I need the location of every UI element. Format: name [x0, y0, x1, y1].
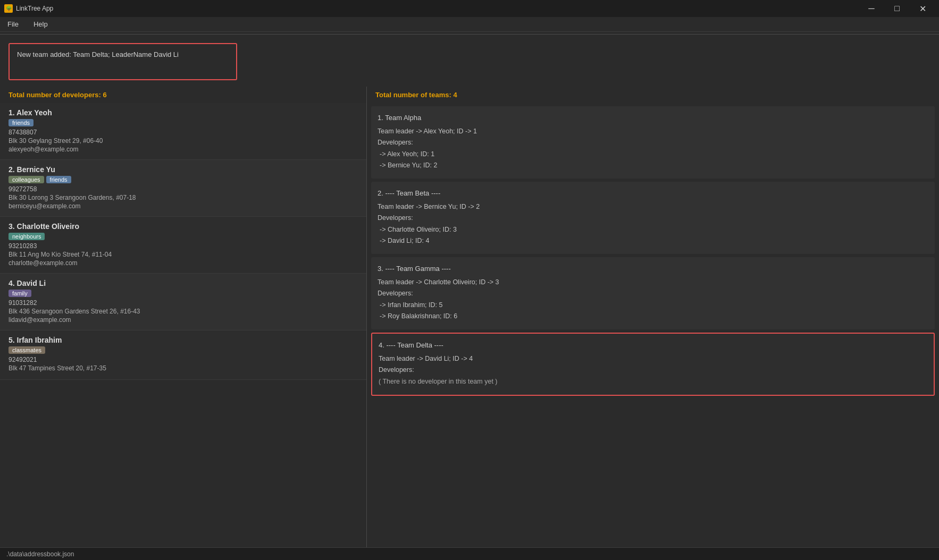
team-item: 2. ---- Team Beta ---- Team leader -> Be… — [371, 182, 935, 254]
list-item: 4. David Li family 91031282 Blk 436 Sera… — [0, 274, 366, 330]
team-detail: Team leader -> Bernice Yu; ID -> 2 Devel… — [378, 201, 928, 247]
tag-friends: friends — [9, 119, 33, 126]
person-name: 5. Irfan Ibrahim — [9, 336, 358, 344]
team-title: 2. ---- Team Beta ---- — [378, 189, 928, 197]
person-email: lidavid@example.com — [9, 316, 358, 324]
list-item: 2. Bernice Yu colleaguesfriends 99272758… — [0, 160, 366, 217]
person-name: 1. Alex Yeoh — [9, 108, 358, 117]
team-item: 1. Team Alpha Team leader -> Alex Yeoh; … — [371, 106, 935, 179]
team-title: 3. ---- Team Gamma ---- — [378, 265, 928, 273]
title-bar: 🌳 LinkTree App ─ □ ✕ — [0, 0, 939, 17]
developer-entry: -> Charlotte Oliveiro; ID: 3 — [380, 224, 928, 235]
person-address: Blk 30 Lorong 3 Serangoon Gardens, #07-1… — [9, 194, 358, 201]
tag-friends: friends — [46, 176, 71, 183]
tag-row: neighbours — [9, 233, 358, 240]
right-panel-header: Total number of teams: 4 — [367, 87, 939, 103]
person-phone: 92492021 — [9, 356, 358, 363]
person-phone: 91031282 — [9, 299, 358, 307]
person-address: Blk 30 Geylang Street 29, #06-40 — [9, 137, 358, 145]
person-email: berniceyu@example.com — [9, 202, 358, 210]
person-phone: 93210283 — [9, 242, 358, 250]
person-email: alexyeoh@example.com — [9, 146, 358, 153]
notification-box: New team added: Team Delta; LeaderName D… — [9, 43, 237, 80]
status-bar: .\data\addressbook.json — [0, 547, 939, 560]
notification-area: New team added: Team Delta; LeaderName D… — [0, 37, 939, 87]
team-detail: Team leader -> David Li; ID -> 4 Develop… — [379, 353, 927, 387]
window-controls: ─ □ ✕ — [859, 0, 935, 17]
menu-help[interactable]: Help — [30, 19, 51, 29]
developer-entry: -> Bernice Yu; ID: 2 — [380, 160, 928, 171]
developer-entry: -> Irfan Ibrahim; ID: 5 — [380, 300, 928, 311]
tag-colleagues: colleagues — [9, 176, 44, 183]
tag-neighbours: neighbours — [9, 233, 45, 240]
developer-entry: -> David Li; ID: 4 — [380, 235, 928, 247]
developer-entry: -> Roy Balakrishnan; ID: 6 — [380, 311, 928, 322]
minimize-button[interactable]: ─ — [859, 0, 884, 17]
person-name: 4. David Li — [9, 279, 358, 287]
notification-text: New team added: Team Delta; LeaderName D… — [17, 50, 179, 58]
menu-bar: File Help — [0, 17, 939, 32]
person-email: charlotte@example.com — [9, 259, 358, 267]
team-title: 4. ---- Team Delta ---- — [379, 341, 927, 349]
main-content: Total number of developers: 6 1. Alex Ye… — [0, 87, 939, 547]
developer-entry: -> Alex Yeoh; ID: 1 — [380, 149, 928, 160]
team-detail: Team leader -> Charlotte Oliveiro; ID ->… — [378, 277, 928, 322]
team-item: 3. ---- Team Gamma ---- Team leader -> C… — [371, 257, 935, 329]
person-name: 3. Charlotte Oliveiro — [9, 222, 358, 231]
no-developer-msg: ( There is no developer in this team yet… — [379, 376, 927, 387]
list-item: 5. Irfan Ibrahim classmates 92492021 Blk… — [0, 330, 366, 380]
team-item: 4. ---- Team Delta ---- Team leader -> D… — [371, 333, 935, 396]
list-item: 3. Charlotte Oliveiro neighbours 9321028… — [0, 217, 366, 274]
team-list: 1. Team Alpha Team leader -> Alex Yeoh; … — [367, 103, 939, 547]
maximize-button[interactable]: □ — [885, 0, 909, 17]
close-button[interactable]: ✕ — [910, 0, 935, 17]
title-bar-left: 🌳 LinkTree App — [4, 4, 53, 13]
status-text: .\data\addressbook.json — [6, 550, 74, 558]
person-address: Blk 11 Ang Mo Kio Street 74, #11-04 — [9, 251, 358, 258]
app-icon: 🌳 — [4, 4, 13, 13]
tag-row: classmates — [9, 346, 358, 354]
right-panel: Total number of teams: 4 1. Team Alpha T… — [367, 87, 939, 547]
left-panel-header: Total number of developers: 6 — [0, 87, 366, 103]
tag-row: family — [9, 290, 358, 297]
menu-file[interactable]: File — [4, 19, 22, 29]
tag-classmates: classmates — [9, 346, 45, 354]
tag-row: colleaguesfriends — [9, 176, 358, 183]
left-panel: Total number of developers: 6 1. Alex Ye… — [0, 87, 367, 547]
person-list: 1. Alex Yeoh friends 87438807 Blk 30 Gey… — [0, 103, 366, 547]
person-address: Blk 47 Tampines Street 20, #17-35 — [9, 364, 358, 372]
tag-family: family — [9, 290, 31, 297]
person-name: 2. Bernice Yu — [9, 165, 358, 174]
team-title: 1. Team Alpha — [378, 114, 928, 122]
list-item: 1. Alex Yeoh friends 87438807 Blk 30 Gey… — [0, 103, 366, 160]
team-detail: Team leader -> Alex Yeoh; ID -> 1 Develo… — [378, 126, 928, 171]
person-address: Blk 436 Serangoon Gardens Street 26, #16… — [9, 308, 358, 315]
person-phone: 87438807 — [9, 129, 358, 136]
separator-top — [0, 34, 939, 35]
tag-row: friends — [9, 119, 358, 126]
app-title: LinkTree App — [16, 5, 53, 12]
person-phone: 99272758 — [9, 185, 358, 193]
